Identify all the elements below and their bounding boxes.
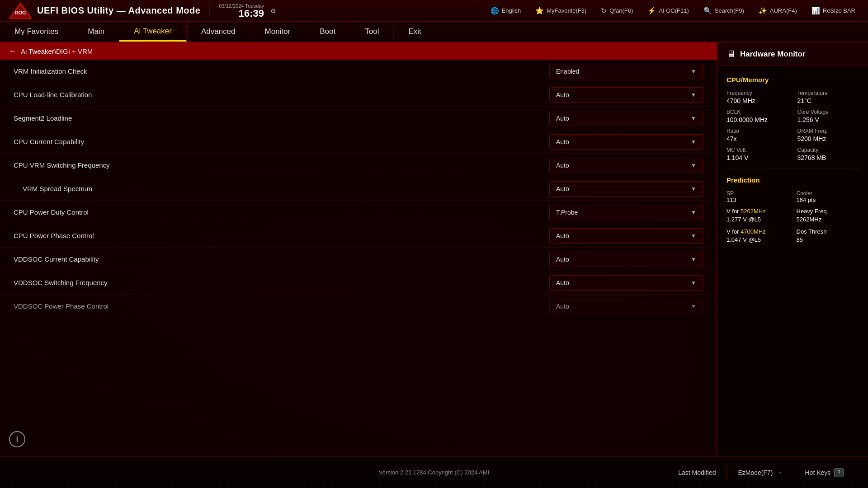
hw-frequency-label: Frequency [726, 90, 788, 96]
footer: Version 2.22.1284 Copyright (C) 2024 AMI… [0, 456, 868, 488]
setting-control-cpu-power-duty[interactable]: T.Probe ▼ [549, 205, 703, 220]
nav-exit-label: Exit [408, 27, 421, 36]
vfor-1-value-left: 1.047 V @L5 [726, 236, 789, 243]
dropdown-vrm-init-arrow: ▼ [691, 68, 696, 75]
dropdown-cpu-power-duty-value: T.Probe [556, 209, 691, 216]
dropdown-cpu-power-duty[interactable]: T.Probe ▼ [549, 205, 703, 220]
footer-last-modified-btn[interactable]: Last Modified [667, 465, 726, 480]
dropdown-vddsoc-phase[interactable]: Auto ▼ [549, 299, 703, 314]
hw-stat-temperature: Temperature 21°C [797, 90, 859, 104]
setting-control-cpu-current[interactable]: Auto ▼ [549, 134, 703, 150]
dropdown-vrm-init[interactable]: Enabled ▼ [549, 64, 703, 79]
vfor-entry-1: V for 4700MHz Dos Thresh 1.047 V @L5 85 [726, 228, 859, 243]
hw-monitor-panel: 🖥 Hardware Monitor CPU/Memory Frequency … [717, 42, 868, 456]
info-button[interactable]: i [9, 431, 25, 447]
setting-control-vrm-init[interactable]: Enabled ▼ [549, 64, 703, 79]
rog-logo-icon: ROG [9, 3, 32, 19]
nav-item-favorites[interactable]: My Favorites [0, 22, 73, 42]
nav-item-advanced[interactable]: Advanced [187, 22, 250, 42]
hw-monitor-body: CPU/Memory Frequency 4700 MHz Temperatur… [717, 66, 868, 456]
dropdown-cpu-loadline-arrow: ▼ [691, 92, 696, 98]
hw-monitor-header: 🖥 Hardware Monitor [717, 42, 868, 66]
tool-qfan-label: Qfan(F6) [609, 7, 633, 14]
logo-area: ROG UEFI BIOS Utility — Advanced Mode [9, 3, 200, 19]
dropdown-cpu-power-phase-arrow: ▼ [691, 233, 696, 239]
setting-control-vrm-spread[interactable]: Auto ▼ [549, 181, 703, 197]
footer-hotkeys-btn[interactable]: Hot Keys ? [794, 465, 855, 481]
setting-label-vrm-init: VRM Initialization Check [14, 67, 549, 75]
qfan-icon: ↻ [601, 7, 607, 15]
footer-ezmode-btn[interactable]: EzMode(F7) → [726, 465, 793, 480]
setting-row-vddsoc-current: VDDSOC Current Capability Auto ▼ [0, 248, 717, 271]
dropdown-vddsoc-current[interactable]: Auto ▼ [549, 252, 703, 267]
main-content: ← Ai Tweaker\DIGI + VRM VRM Initializati… [0, 42, 868, 456]
hw-stat-dramfreq: DRAM Freq. 5200 MHz [797, 128, 859, 142]
setting-row-vrm-spread: VRM Spread Spectrum Auto ▼ [0, 177, 717, 201]
hw-predict-row: SP 113 Cooler 164 pts [726, 190, 859, 203]
tool-resizebar[interactable]: 📊 ReSize BAR [808, 5, 859, 17]
dropdown-vddsoc-freq[interactable]: Auto ▼ [549, 275, 703, 291]
datetime: 03/12/2024 Tuesday 16:39 [219, 3, 264, 19]
dropdown-cpu-power-phase[interactable]: Auto ▼ [549, 228, 703, 244]
dropdown-cpu-loadline[interactable]: Auto ▼ [549, 87, 703, 103]
page-wrapper: ROG UEFI BIOS Utility — Advanced Mode 03… [0, 0, 868, 488]
hw-temperature-label: Temperature [797, 90, 859, 96]
header-info: 03/12/2024 Tuesday 16:39 ⚙ [219, 3, 276, 19]
settings-list: VRM Initialization Check Enabled ▼ CPU L… [0, 60, 717, 456]
setting-row-vddsoc-phase: VDDSOC Power Phase Control Auto ▼ [0, 295, 717, 318]
setting-control-cpu-loadline[interactable]: Auto ▼ [549, 87, 703, 103]
search-icon: 🔍 [703, 7, 712, 15]
nav-item-exit[interactable]: Exit [394, 22, 436, 42]
dropdown-seg2-loadline[interactable]: Auto ▼ [549, 111, 703, 126]
setting-control-cpu-power-phase[interactable]: Auto ▼ [549, 228, 703, 244]
setting-label-vddsoc-phase: VDDSOC Power Phase Control [14, 302, 549, 310]
hw-temperature-value: 21°C [797, 97, 859, 104]
dropdown-vddsoc-freq-arrow: ▼ [691, 280, 696, 286]
tool-aura-label: AURA(F4) [770, 7, 797, 14]
hw-capacity-value: 32768 MB [797, 154, 859, 161]
nav-item-monitor[interactable]: Monitor [250, 22, 306, 42]
hw-monitor-icon: 🖥 [726, 49, 736, 59]
dropdown-vrm-init-value: Enabled [556, 68, 691, 75]
dropdown-seg2-loadline-arrow: ▼ [691, 115, 696, 122]
setting-control-vddsoc-current[interactable]: Auto ▼ [549, 252, 703, 267]
breadcrumb-back-button[interactable]: ← [9, 47, 16, 55]
nav-item-aitweaker[interactable]: Ai Tweaker [119, 22, 187, 42]
hw-ratio-value: 47x [726, 135, 788, 142]
footer-version: Version 2.22.1284 Copyright (C) 2024 AMI [379, 469, 489, 476]
tool-search[interactable]: 🔍 Search(F9) [700, 5, 748, 17]
dropdown-cpu-current[interactable]: Auto ▼ [549, 134, 703, 150]
vfor-1-value-right: 85 [797, 236, 859, 243]
nav-item-boot[interactable]: Boot [305, 22, 350, 42]
setting-control-cpu-vrm-freq[interactable]: Auto ▼ [549, 158, 703, 173]
vfor-0-freq-highlight: 5262MHz [741, 208, 766, 215]
hw-bclk-value: 100.0000 MHz [726, 116, 788, 123]
tool-aura[interactable]: ✨ AURA(F4) [755, 5, 801, 17]
svg-text:ROG: ROG [14, 9, 26, 15]
vfor-0-label-left: V for 5262MHz [726, 208, 789, 215]
setting-control-vddsoc-freq[interactable]: Auto ▼ [549, 275, 703, 291]
nav-item-main[interactable]: Main [73, 22, 119, 42]
tool-myfavorite[interactable]: ⭐ MyFavorite(F3) [532, 5, 590, 17]
hw-stat-mcvolt: MC Volt. 1.104 V [726, 147, 788, 161]
hw-prediction-title: Prediction [726, 176, 859, 184]
setting-label-cpu-loadline: CPU Load-line Calibration [14, 91, 549, 99]
tool-qfan[interactable]: ↻ Qfan(F6) [597, 5, 637, 17]
hw-stat-corevoltage: Core Voltage 1.256 V [797, 109, 859, 123]
dropdown-vrm-spread-value: Auto [556, 185, 691, 192]
dropdown-cpu-power-phase-value: Auto [556, 232, 691, 239]
vfor-1-freq-highlight: 4700MHz [741, 228, 766, 235]
nav-item-tool[interactable]: Tool [350, 22, 394, 42]
language-icon: 🌐 [491, 7, 499, 15]
dropdown-cpu-vrm-freq[interactable]: Auto ▼ [549, 158, 703, 173]
tool-aioc[interactable]: ⚡ AI OC(F11) [644, 5, 692, 17]
hw-divider [726, 169, 859, 169]
setting-label-cpu-current: CPU Current Capability [14, 138, 549, 145]
settings-gear-icon[interactable]: ⚙ [270, 7, 276, 14]
setting-control-vddsoc-phase[interactable]: Auto ▼ [549, 299, 703, 314]
hw-sp-value: 113 [726, 197, 789, 203]
footer-hotkeys-key: ? [834, 468, 844, 477]
tool-english[interactable]: 🌐 English [487, 5, 525, 17]
dropdown-vrm-spread[interactable]: Auto ▼ [549, 181, 703, 197]
setting-control-seg2-loadline[interactable]: Auto ▼ [549, 111, 703, 126]
